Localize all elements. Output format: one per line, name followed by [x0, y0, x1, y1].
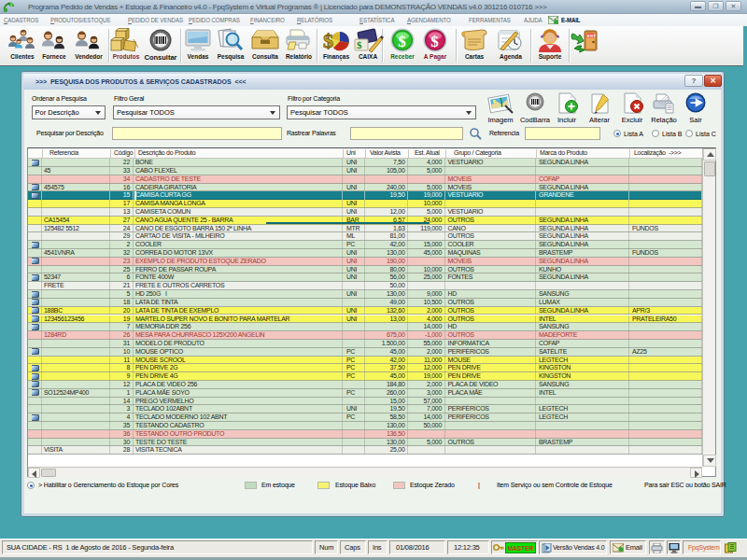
- svg-text:$: $: [323, 29, 333, 52]
- svg-text:EXIT: EXIT: [587, 34, 596, 38]
- svg-text:$: $: [430, 33, 439, 50]
- svg-text:$: $: [357, 39, 362, 50]
- svg-text:$: $: [398, 33, 406, 50]
